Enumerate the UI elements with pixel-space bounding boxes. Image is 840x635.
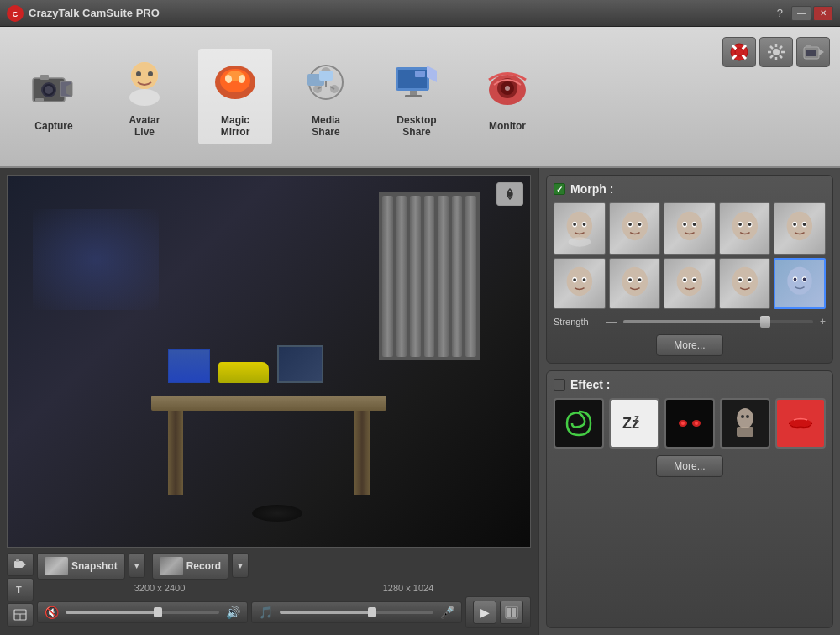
settings-btn-3[interactable] xyxy=(796,37,830,67)
desk-leg-left xyxy=(168,411,183,495)
record-thumbnail xyxy=(160,557,183,575)
close-button[interactable]: ✕ xyxy=(813,6,833,21)
strength-minus[interactable]: — xyxy=(606,316,617,328)
face-thumb-9[interactable] xyxy=(719,258,771,310)
nav-item-capture[interactable]: Capture xyxy=(17,55,91,139)
settings-btn-1[interactable] xyxy=(722,37,756,67)
main-area: T Snapshot xyxy=(0,168,840,635)
svg-point-86 xyxy=(794,223,797,226)
svg-point-88 xyxy=(567,266,593,295)
morph-section: Morph : xyxy=(546,175,833,364)
face-thumb-3[interactable] xyxy=(664,202,716,255)
strength-row: Strength — + xyxy=(554,316,826,328)
video-container xyxy=(7,175,531,548)
text-button[interactable]: T xyxy=(7,578,34,601)
svg-point-5 xyxy=(45,86,53,94)
record-indicator[interactable] xyxy=(500,601,523,624)
svg-rect-50 xyxy=(806,45,811,48)
svg-point-83 xyxy=(787,212,813,240)
record-dropdown[interactable]: ▼ xyxy=(232,553,249,578)
music-slider[interactable] xyxy=(280,611,433,614)
effect-more-button[interactable]: More... xyxy=(656,455,723,477)
nav-item-desktop-share[interactable]: DesktopShare xyxy=(380,49,454,144)
effect-thumb-lips[interactable] xyxy=(775,398,826,449)
svg-point-66 xyxy=(583,223,586,226)
svg-point-77 xyxy=(693,223,696,226)
snapshot-dropdown[interactable]: ▼ xyxy=(129,553,145,578)
morph-more-button[interactable]: More... xyxy=(656,334,723,356)
nav-item-monitor[interactable]: Monitor xyxy=(470,55,544,139)
settings-btn-2[interactable] xyxy=(759,37,793,67)
svg-point-108 xyxy=(787,267,811,295)
floor-item xyxy=(252,505,302,522)
camera-toggle-button[interactable] xyxy=(7,553,34,576)
effect-checkbox[interactable] xyxy=(554,379,565,391)
mute-icon[interactable]: 🔇 xyxy=(45,606,59,619)
svg-rect-60 xyxy=(507,608,511,617)
left-panel: T Snapshot xyxy=(0,168,538,635)
svg-rect-26 xyxy=(410,91,417,95)
svg-line-44 xyxy=(780,55,782,58)
snapshot-button[interactable]: Snapshot xyxy=(37,553,125,580)
svg-point-122 xyxy=(746,415,749,418)
music-slider-thumb xyxy=(368,607,376,617)
effect-thumb-zzz[interactable]: Zz z xyxy=(609,398,659,449)
layout-button[interactable] xyxy=(7,603,34,627)
svg-point-112 xyxy=(803,278,806,281)
help-button[interactable]: ? xyxy=(777,7,783,19)
svg-point-101 xyxy=(683,278,686,281)
nav-item-media-share[interactable]: MediaShare xyxy=(289,49,363,144)
avatar-live-icon xyxy=(118,55,171,109)
face-thumb-1[interactable] xyxy=(554,202,606,255)
scene-glow xyxy=(33,209,159,310)
svg-point-33 xyxy=(505,86,510,91)
svg-text:z: z xyxy=(634,412,639,424)
svg-point-119 xyxy=(737,408,753,428)
face-thumb-5[interactable] xyxy=(774,202,826,255)
capture-icon xyxy=(27,61,81,115)
nav-bar: Capture AvatarLive xyxy=(0,27,840,168)
face-thumb-2[interactable] xyxy=(609,202,661,255)
svg-point-92 xyxy=(583,278,586,281)
desk-items xyxy=(168,345,323,383)
minimize-button[interactable]: — xyxy=(791,6,811,21)
svg-point-11 xyxy=(136,71,141,76)
nav-item-magic-mirror[interactable]: MagicMirror xyxy=(198,49,272,144)
record-label: Record xyxy=(186,560,221,572)
title-bar: C CrazyTalk CamSuite PRO ? — ✕ xyxy=(0,0,840,27)
video-eye-button[interactable] xyxy=(496,182,523,206)
strength-plus[interactable]: + xyxy=(820,316,826,328)
desk-top xyxy=(151,396,386,411)
magic-mirror-label: MagicMirror xyxy=(221,114,250,138)
svg-point-118 xyxy=(695,422,698,425)
record-button[interactable]: Record xyxy=(152,553,228,580)
nav-item-avatar-live[interactable]: AvatarLive xyxy=(108,49,181,144)
face-thumb-8[interactable] xyxy=(664,258,716,310)
music-controls: 🎵 🎤 xyxy=(251,601,462,623)
face-grid xyxy=(554,202,826,309)
effect-thumb-ghost[interactable] xyxy=(720,398,770,449)
svg-line-45 xyxy=(780,46,782,49)
svg-rect-8 xyxy=(35,98,44,102)
music-icon[interactable]: 🎵 xyxy=(259,606,273,619)
svg-point-12 xyxy=(148,71,153,76)
face-thumb-7[interactable] xyxy=(609,258,661,310)
face-thumb-4[interactable] xyxy=(719,202,771,255)
svg-point-121 xyxy=(741,415,744,418)
strength-slider[interactable] xyxy=(623,320,813,323)
svg-point-81 xyxy=(738,223,742,226)
nav-items: Capture AvatarLive xyxy=(17,49,544,144)
laptop xyxy=(277,345,323,383)
volume-icon[interactable]: 🔊 xyxy=(226,606,240,619)
morph-checkbox[interactable] xyxy=(554,183,565,195)
effect-thumb-swirl[interactable] xyxy=(554,398,604,449)
face-thumb-6[interactable] xyxy=(554,258,606,310)
bottom-controls: T Snapshot xyxy=(7,553,531,628)
svg-point-87 xyxy=(803,223,806,226)
play-button[interactable]: ▶ xyxy=(473,601,496,624)
volume-slider[interactable] xyxy=(66,611,219,614)
face-thumb-10[interactable] xyxy=(774,258,826,310)
effect-thumb-eyes[interactable] xyxy=(664,398,715,449)
svg-point-107 xyxy=(748,278,751,281)
mic-icon[interactable]: 🎤 xyxy=(440,606,454,619)
